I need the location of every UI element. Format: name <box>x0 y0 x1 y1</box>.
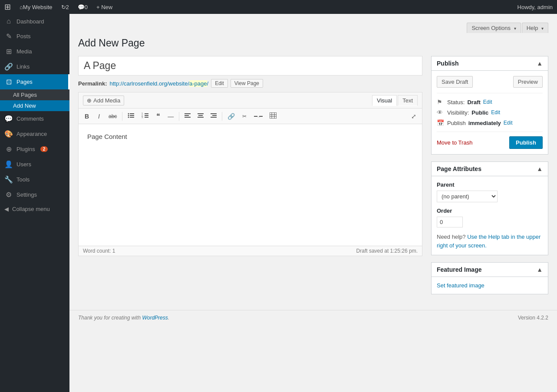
footer-credit: Thank you for creating with WordPress. <box>78 315 169 321</box>
visibility-edit-link[interactable]: Edit <box>491 109 500 115</box>
publish-time-edit-link[interactable]: Edit <box>504 120 513 126</box>
svg-point-2 <box>128 115 129 116</box>
svg-rect-20 <box>211 113 217 114</box>
submenu-label: All Pages <box>13 92 37 98</box>
dashboard-icon: ⌂ <box>4 17 13 25</box>
editor-content[interactable]: Page Content <box>79 124 422 246</box>
preview-button[interactable]: Preview <box>513 76 543 88</box>
align-right-button[interactable] <box>208 111 220 122</box>
page-title-input[interactable] <box>78 56 422 76</box>
sidebar-item-links[interactable]: 🔗 Links <box>0 59 69 74</box>
status-edit-link[interactable]: Edit <box>483 99 492 105</box>
svg-rect-17 <box>198 115 203 116</box>
view-page-button[interactable]: View Page <box>231 79 263 88</box>
publish-meta: ⚑ Status: Draft Edit 👁 Visibility: Publi… <box>437 99 543 126</box>
publish-panel-header[interactable]: Publish ▲ <box>432 56 548 71</box>
toolbar-sep-1 <box>122 112 122 121</box>
publish-time-value: immediately <box>468 120 501 126</box>
sidebar-subitem-all-pages[interactable]: All Pages <box>0 89 69 100</box>
insert-more-button[interactable]: ⋯ <box>251 111 266 122</box>
pages-icon: ⊡ <box>4 78 13 86</box>
wp-wrap: ⌂ Dashboard ✎ Posts ⊞ Media 🔗 Links ⊡ Pa… <box>0 14 557 392</box>
move-to-trash-link[interactable]: Move to Trash <box>437 139 472 146</box>
unordered-list-button[interactable] <box>125 111 138 122</box>
sidebar-item-pages[interactable]: ⊡ Pages <box>0 74 69 89</box>
sidebar-item-appearance[interactable]: 🎨 Appearance <box>0 126 69 142</box>
tab-visual[interactable]: Visual <box>372 95 397 106</box>
add-media-button[interactable]: ⊕ Add Media <box>83 96 124 105</box>
svg-text:⋯: ⋯ <box>257 115 260 118</box>
svg-point-0 <box>128 113 129 115</box>
status-icon: ⚑ <box>437 99 445 105</box>
edit-permalink-button[interactable]: Edit <box>211 79 228 88</box>
order-input[interactable] <box>437 217 463 227</box>
help-button[interactable]: Help ▾ <box>522 23 548 33</box>
svg-rect-21 <box>212 115 217 116</box>
table-button[interactable] <box>267 111 280 122</box>
permalink-base[interactable]: http://carlrosenfield.org/website/a-page… <box>109 80 208 87</box>
featured-image-header[interactable]: Featured Image ▲ <box>432 263 548 277</box>
sidebar-item-settings[interactable]: ⚙ Settings <box>0 187 69 202</box>
editor-footer: Word count: 1 Draft saved at 1:25:26 pm. <box>79 246 422 256</box>
svg-rect-16 <box>198 113 204 114</box>
ordered-list-button[interactable]: 1.2.3. <box>138 111 152 122</box>
featured-image-toggle[interactable]: ▲ <box>537 266 543 273</box>
adminbar-updates[interactable]: ↻ 2 <box>58 0 73 14</box>
admin-sidebar: ⌂ Dashboard ✎ Posts ⊞ Media 🔗 Links ⊡ Pa… <box>0 14 69 392</box>
sidebar-item-media[interactable]: ⊞ Media <box>0 44 69 59</box>
parent-select[interactable]: (no parent) Sample Page <box>437 191 498 202</box>
sidebar-item-plugins[interactable]: ⊕ Plugins 2 <box>0 142 69 157</box>
svg-rect-1 <box>130 113 134 114</box>
svg-rect-9 <box>145 115 148 116</box>
page-attributes-header[interactable]: Page Attributes ▲ <box>432 162 548 176</box>
visibility-value: Public <box>471 109 488 116</box>
publish-panel-body: Save Draft Preview ⚑ Status: Draft Edit <box>432 71 548 154</box>
sidebar-item-label: Pages <box>16 79 33 85</box>
publish-button[interactable]: Publish <box>509 136 543 149</box>
sidebar-item-posts[interactable]: ✎ Posts <box>0 29 69 44</box>
sidebar-item-label: Comments <box>16 115 44 122</box>
hr-button[interactable]: — <box>165 111 177 122</box>
screen-options-button[interactable]: Screen Options ▾ <box>467 23 521 33</box>
sidebar-item-tools[interactable]: 🔧 Tools <box>0 172 69 187</box>
comments-icon: 💬 <box>78 4 85 10</box>
svg-rect-3 <box>130 115 134 116</box>
page-attributes-toggle[interactable]: ▲ <box>537 165 543 172</box>
screen-options-arrow: ▾ <box>514 26 516 31</box>
unlink-button[interactable]: ✂ <box>239 112 250 121</box>
svg-rect-12 <box>185 113 191 114</box>
wordpress-link[interactable]: WordPress <box>142 315 168 321</box>
sidebar-item-users[interactable]: 👤 Users <box>0 157 69 172</box>
publish-panel-toggle[interactable]: ▲ <box>537 60 543 67</box>
footer-version: Version 4.2.2 <box>518 315 548 321</box>
wp-footer: Thank you for creating with WordPress. V… <box>69 310 557 325</box>
help-arrow: ▾ <box>541 26 544 31</box>
tab-text[interactable]: Text <box>398 95 418 106</box>
adminbar-site[interactable]: ⌂ My Website <box>16 0 56 14</box>
page-attributes-title: Page Attributes <box>437 165 481 172</box>
align-left-button[interactable] <box>181 111 194 122</box>
adminbar-new[interactable]: + New <box>93 0 116 14</box>
order-label: Order <box>437 208 543 214</box>
strikethrough-button[interactable]: abc <box>105 112 120 121</box>
blockquote-button[interactable]: ❝ <box>152 110 164 122</box>
sidebar-item-dashboard[interactable]: ⌂ Dashboard <box>0 14 69 29</box>
align-center-button[interactable] <box>194 111 207 122</box>
format-toolbar: B I abc 1.2.3. ❝ — <box>79 109 422 124</box>
wp-logo-icon[interactable]: ⊞ <box>4 2 11 12</box>
fullscreen-button[interactable]: ⤢ <box>408 111 419 122</box>
bold-button[interactable]: B <box>81 111 92 122</box>
insert-link-button[interactable]: 🔗 <box>224 111 238 122</box>
set-featured-image-link[interactable]: Set featured image <box>437 282 484 289</box>
collapse-menu-button[interactable]: ◀ Collapse menu <box>0 202 69 216</box>
sidebar-subitem-add-new[interactable]: Add New <box>0 100 69 111</box>
calendar-icon: 📅 <box>437 119 445 126</box>
adminbar-comments[interactable]: 💬 0 <box>74 0 91 14</box>
order-field-group: Order <box>437 208 543 227</box>
svg-text:3.: 3. <box>142 116 143 119</box>
svg-rect-27 <box>270 112 277 119</box>
italic-button[interactable]: I <box>93 111 105 122</box>
sidebar-item-comments[interactable]: 💬 Comments <box>0 111 69 126</box>
save-draft-button[interactable]: Save Draft <box>437 76 473 88</box>
adminbar-howdy: Howdy, admin <box>517 4 553 10</box>
